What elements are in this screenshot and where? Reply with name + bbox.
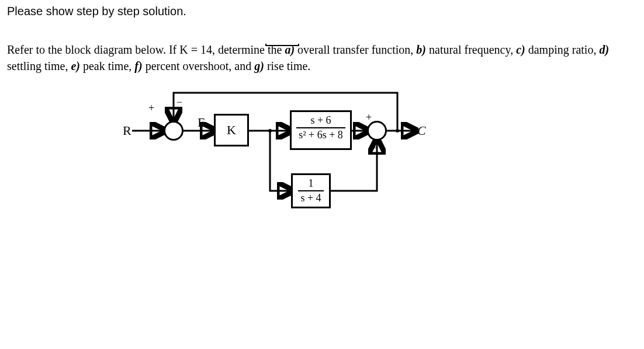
part-a-text: overall transfer function, bbox=[295, 43, 416, 56]
output-C: C bbox=[417, 123, 426, 138]
diagram-wires bbox=[7, 80, 486, 232]
plant-block: s + 6 s² + 6s + 8 bbox=[290, 110, 352, 150]
part-f-text: percent overshoot, and bbox=[143, 60, 255, 72]
sum1-plus: + bbox=[148, 102, 154, 114]
part-g-text: rise time. bbox=[264, 60, 310, 72]
lower-block: 1 s + 4 bbox=[291, 173, 331, 208]
sum1-minus: − bbox=[176, 96, 182, 109]
input-R: R bbox=[123, 123, 131, 138]
part-e-label: e) bbox=[71, 60, 80, 72]
part-c-label: c) bbox=[516, 43, 525, 56]
prompt-text: Please show step by step solution. bbox=[7, 5, 637, 18]
summing-junction-1 bbox=[164, 121, 183, 141]
problem-statement: Refer to the block diagram below. If K =… bbox=[7, 41, 621, 74]
plant-num: s + 6 bbox=[296, 114, 345, 127]
lower-num: 1 bbox=[298, 177, 323, 190]
plant-den: s² + 6s + 8 bbox=[296, 127, 345, 141]
part-e-text: peak time, bbox=[80, 60, 134, 72]
decorative-bracket bbox=[265, 44, 299, 46]
error-E: E bbox=[198, 115, 205, 130]
sum2-minus: − bbox=[372, 142, 378, 154]
part-b-label: b) bbox=[416, 43, 426, 56]
block-diagram: R + − E K s + 6 s² + 6s + 8 + − C 1 s + … bbox=[7, 80, 486, 232]
instr-prefix: Refer to the block diagram below. If K =… bbox=[7, 43, 285, 56]
part-c-text: damping ratio, bbox=[525, 43, 600, 56]
summing-junction-2 bbox=[367, 121, 387, 141]
part-f-label: f) bbox=[134, 60, 142, 72]
part-d-label: d) bbox=[599, 43, 609, 56]
gain-block-K: K bbox=[214, 114, 249, 146]
part-b-text: natural frequency, bbox=[426, 43, 516, 56]
lower-fraction: 1 s + 4 bbox=[298, 177, 323, 204]
plant-fraction: s + 6 s² + 6s + 8 bbox=[296, 114, 345, 141]
lower-den: s + 4 bbox=[298, 190, 323, 204]
part-d-text: settling time, bbox=[7, 60, 71, 72]
part-g-label: g) bbox=[254, 60, 264, 72]
